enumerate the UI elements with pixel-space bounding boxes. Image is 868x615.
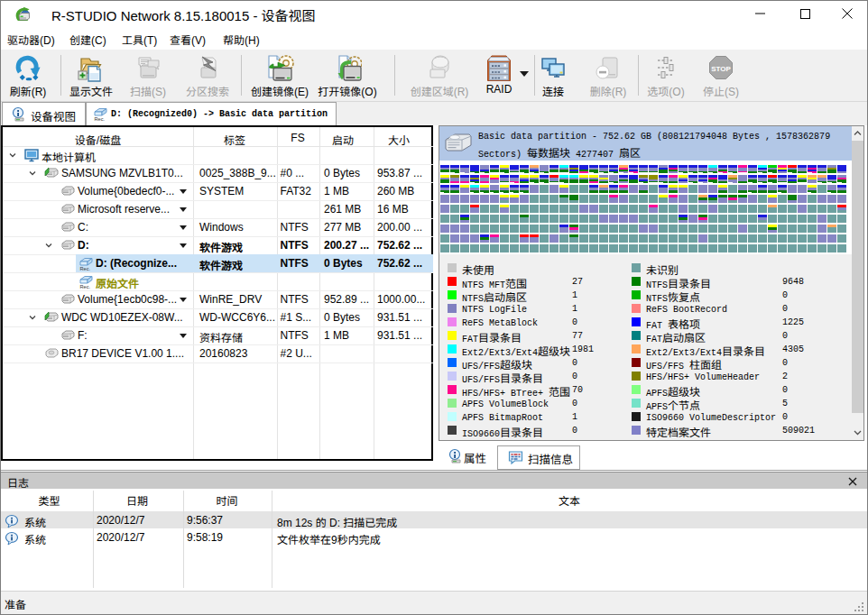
svg-text:Rec.: Rec. xyxy=(80,266,91,271)
svg-text:Rec.: Rec. xyxy=(80,284,91,289)
svg-text:STOP: STOP xyxy=(711,65,731,73)
svg-text:Rec.: Rec. xyxy=(95,116,106,122)
